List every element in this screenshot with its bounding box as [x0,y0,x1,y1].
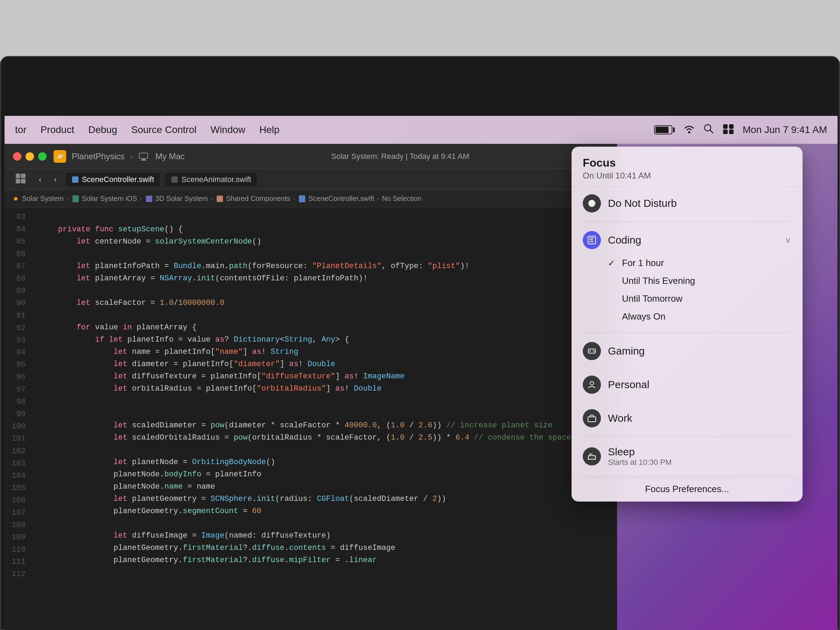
project-icon: 🪐 [54,150,66,163]
svg-point-16 [14,197,17,201]
code-line-100: let scaledDiameter = pow(diameter * scal… [39,419,610,431]
gaming-label: Gaming [608,345,791,357]
code-line-105: planetNode.name = name [39,480,610,493]
xcode-window: 🪐 PlanetPhysics › My Mac Solar System: R… [5,144,617,630]
menubar-item-tor[interactable]: tor [15,124,27,136]
focus-item-sleep[interactable]: Sleep Starts at 10:30 PM [572,441,802,472]
svg-rect-5 [723,129,728,134]
focus-item-work[interactable]: Work [572,404,802,432]
close-button[interactable] [13,152,21,161]
svg-rect-9 [141,160,146,161]
svg-rect-4 [729,124,734,129]
build-status: Solar System: Ready | Today at 9:41 AM [192,152,609,161]
svg-rect-12 [16,179,20,183]
code-line-96: let diffuseTexture = planetInfo["diffuse… [39,370,610,382]
code-line-83 [39,211,610,223]
grid-view-button[interactable] [11,171,30,188]
code-line-97: let orbitalRadius = planetInfo["orbitalR… [39,382,610,395]
battery-fill [655,127,668,133]
xcode-toolbar: ‹ › SceneController.swift SceneAnimator.… [5,169,617,190]
divider-2 [583,333,791,333]
battery-icon [654,125,675,134]
svg-rect-32 [588,456,595,459]
menubar-item-source-control[interactable]: Source Control [131,124,197,136]
code-line-110: planetGeometry.firstMaterial?.diffuse.co… [39,542,610,554]
focus-item-coding[interactable]: Coding ∨ [572,226,802,254]
code-line-94: let name = planetInfo["name"] as! String [39,346,610,358]
focus-item-gaming[interactable]: Gaming [572,337,802,365]
code-line-106: let planetGeometry = SCNSphere.init(radi… [39,493,610,505]
sleep-label: Sleep [608,446,791,458]
focus-panel: Focus On Until 10:41 AM Do Not Disturb [572,147,802,502]
menubar-item-window[interactable]: Window [210,124,245,136]
breadcrumb-file[interactable]: SceneController.swift [298,194,374,203]
code-line-91 [39,309,610,321]
breadcrumb-sep-5: › [377,195,379,202]
zoom-button[interactable] [38,152,47,161]
breadcrumb-shared[interactable]: Shared Components [216,194,290,203]
code-line-99 [39,407,610,419]
xcode-titlebar: 🪐 PlanetPhysics › My Mac Solar System: R… [5,144,617,169]
submenu-until-tomorrow[interactable]: Until Tomorrow [608,290,791,308]
focus-work-section: Work [572,401,802,435]
focus-gaming-section: Gaming [572,334,802,368]
camera-notch [385,59,455,69]
svg-rect-10 [16,174,20,178]
svg-rect-18 [146,196,152,202]
focus-preferences: Focus Preferences... [572,478,802,502]
menubar-left: tor Product Debug Source Control Window … [15,124,279,136]
line-numbers: 83 84 85 86 87 88 89 90 91 92 93 94 95 9… [5,208,33,630]
back-button[interactable]: ‹ [35,173,45,186]
code-content[interactable]: private func setupScene() { let centerNo… [33,208,617,630]
svg-rect-8 [142,159,145,160]
svg-point-29 [594,351,595,352]
code-line-107: planetGeometry.segmentCount = 60 [39,505,610,517]
menubar: tor Product Debug Source Control Window … [5,116,838,144]
submenu-for-1-hour[interactable]: ✓ For 1 hour [608,254,791,272]
code-line-102 [39,444,610,456]
divider-1 [583,221,791,222]
coding-chevron: ∨ [785,235,791,245]
svg-rect-7 [139,153,148,159]
macbook-frame: tor Product Debug Source Control Window … [0,56,840,630]
traffic-lights [13,152,47,161]
svg-rect-11 [21,174,25,178]
focus-control-center-icon[interactable] [722,123,734,136]
code-line-85: let centerNode = solarSystemCenterNode() [39,235,610,248]
menubar-item-help[interactable]: Help [259,124,279,136]
svg-rect-3 [723,124,728,129]
gaming-icon [583,342,601,360]
focus-personal-section: Personal [572,368,802,401]
focus-item-dnd[interactable]: Do Not Disturb [572,189,802,217]
menubar-item-debug[interactable]: Debug [88,124,117,136]
dnd-label: Do Not Disturb [608,197,791,209]
check-placeholder-2 [608,294,616,304]
submenu-label-until-evening: Until This Evening [622,275,695,286]
svg-rect-19 [217,196,223,202]
code-line-87: let planetInfoPath = Bundle.main.path(fo… [39,260,610,272]
tab-scene-controller[interactable]: SceneController.swift [66,173,160,186]
breadcrumb-solar-system[interactable]: Solar System [11,194,64,203]
svg-rect-23 [589,239,593,240]
breadcrumb-solar-ios[interactable]: Solar System iOS [71,194,137,203]
svg-rect-14 [72,177,78,183]
code-line-93: if let planetInfo = value as? Dictionary… [39,333,610,346]
code-line-86 [39,248,610,260]
submenu-always-on[interactable]: Always On [608,308,791,325]
wifi-icon[interactable] [683,124,695,136]
focus-coding-submenu: ✓ For 1 hour Until This Evening Until To… [572,254,802,328]
focus-preferences-button[interactable]: Focus Preferences... [583,484,791,494]
tab-scene-animator[interactable]: SceneAnimator.swift [165,173,257,186]
forward-button[interactable]: › [51,173,60,186]
code-line-112 [39,566,610,579]
minimize-button[interactable] [25,152,34,161]
breadcrumb-no-selection[interactable]: No Selection [382,194,422,203]
menubar-item-product[interactable]: Product [41,124,74,136]
focus-item-personal[interactable]: Personal [572,371,802,399]
breadcrumb-3d-solar[interactable]: 3D Solar System [145,194,208,203]
svg-rect-24 [589,241,594,242]
submenu-until-evening[interactable]: Until This Evening [608,272,791,290]
coding-icon [583,231,601,249]
search-icon[interactable] [704,123,714,136]
check-placeholder-3 [608,312,616,322]
